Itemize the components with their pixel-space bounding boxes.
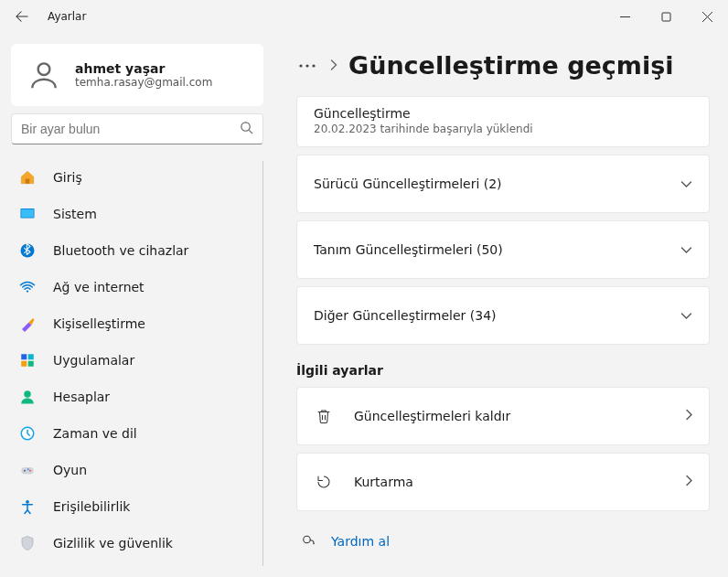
svg-rect-5 [21,209,34,218]
breadcrumb-chevron-icon [329,59,337,73]
profile-card[interactable]: ahmet yaşar temha.rasay@gmail.com [11,44,263,106]
svg-point-23 [313,543,315,545]
svg-point-12 [24,390,31,398]
page-title: Güncelleştirme geçmişi [348,51,674,80]
back-button[interactable] [7,2,37,31]
accordion-definition-updates[interactable]: Tanım Güncelleştirmeleri (50) [296,220,710,279]
wifi-icon [18,278,37,296]
nav-item-apps[interactable]: Uygulamalar [11,344,259,377]
minimize-button[interactable] [605,0,646,33]
link-label: Güncelleştirmeleri kaldır [354,409,665,423]
nav-label: Ağ ve internet [53,280,145,294]
chevron-down-icon [680,176,692,191]
nav-item-personalization[interactable]: Kişiselleştirme [11,307,259,340]
help-label: Yardım al [331,534,390,549]
titlebar-title: Ayarlar [48,10,86,23]
svg-rect-11 [28,361,34,367]
accordion-label: Diğer Güncelleştirmeler (34) [314,308,497,323]
svg-point-19 [299,64,302,67]
main-content: Güncelleştirme geçmişi Güncelleştirme 20… [274,33,728,577]
close-button[interactable] [687,0,728,33]
svg-point-18 [26,500,29,504]
svg-rect-8 [21,354,27,359]
nav-item-network[interactable]: Ağ ve internet [11,271,259,304]
bluetooth-icon [18,241,37,260]
svg-rect-9 [28,354,34,359]
avatar [26,57,62,93]
person-icon [27,58,61,92]
search-icon [240,121,253,137]
recovery-icon [314,474,334,490]
search-box[interactable] [11,113,263,144]
related-settings-heading: İlgili ayarlar [296,363,710,378]
nav-item-accounts[interactable]: Hesaplar [11,380,259,413]
privacy-icon [18,534,37,552]
nav-item-privacy[interactable]: Gizlilik ve güvenlik [11,527,259,560]
nav-label: Sistem [53,207,97,221]
nav-list: Giriş Sistem Bluetooth ve cihazlar Ağ ve… [11,161,263,566]
svg-point-7 [27,290,28,292]
link-uninstall-updates[interactable]: Güncelleştirmeleri kaldır [296,387,710,445]
svg-point-16 [29,470,31,472]
maximize-icon [661,12,671,22]
svg-point-20 [305,64,308,67]
chevron-down-icon [680,308,692,323]
accordion-label: Sürücü Güncelleştirmeleri (2) [314,176,502,191]
apps-icon [18,351,37,369]
nav-label: Gizlilik ve güvenlik [53,536,173,550]
nav-item-accessibility[interactable]: Erişilebilirlik [11,490,259,523]
nav-item-bluetooth[interactable]: Bluetooth ve cihazlar [11,234,259,267]
nav-item-gaming[interactable]: Oyun [11,454,259,486]
chevron-down-icon [680,242,692,257]
link-label: Kurtarma [354,475,665,489]
search-input[interactable] [21,122,240,136]
svg-point-2 [241,123,250,131]
gaming-icon [18,461,37,479]
profile-name: ahmet yaşar [75,61,212,76]
svg-point-15 [24,470,26,472]
maximize-button[interactable] [646,0,687,33]
svg-rect-0 [662,13,670,21]
nav-label: Bluetooth ve cihazlar [53,243,188,258]
system-icon [18,205,37,223]
nav-item-home[interactable]: Giriş [11,161,259,194]
nav-label: Giriş [53,170,82,185]
trash-icon [314,408,334,424]
svg-point-22 [304,536,311,543]
accounts-icon [18,388,37,406]
nav-item-system[interactable]: Sistem [11,198,259,230]
chevron-right-icon [685,475,692,489]
personalize-icon [18,315,37,333]
svg-rect-10 [21,361,27,367]
minimize-icon [620,12,630,22]
time-icon [18,424,37,443]
accordion-other-updates[interactable]: Diğer Güncelleştirmeler (34) [296,286,710,345]
svg-point-1 [38,63,50,75]
svg-point-21 [312,64,315,67]
profile-email: temha.rasay@gmail.com [75,76,212,89]
home-icon [18,168,37,187]
chevron-right-icon [685,409,692,423]
link-recovery[interactable]: Kurtarma [296,453,710,511]
help-link[interactable]: Yardım al [296,531,710,558]
help-icon [300,531,316,550]
ellipsis-icon [299,64,316,68]
accordion-driver-updates[interactable]: Sürücü Güncelleştirmeleri (2) [296,155,710,213]
svg-point-17 [27,468,29,470]
nav-label: Kişiselleştirme [53,316,145,331]
nav-label: Hesaplar [53,390,110,404]
nav-label: Uygulamalar [53,353,134,368]
nav-item-time[interactable]: Zaman ve dil [11,417,259,450]
svg-point-6 [21,244,35,258]
sidebar: ahmet yaşar temha.rasay@gmail.com Giriş … [0,33,274,577]
update-info-subtitle: 20.02.2023 tarihinde başarıyla yüklendi [314,123,692,135]
update-info-card[interactable]: Güncelleştirme 20.02.2023 tarihinde başa… [296,96,710,147]
nav-label: Zaman ve dil [53,426,137,441]
svg-rect-3 [26,179,30,184]
accordion-label: Tanım Güncelleştirmeleri (50) [314,242,503,257]
breadcrumb-overflow-button[interactable] [296,55,318,77]
nav-label: Erişilebilirlik [53,499,130,514]
close-icon [702,12,712,22]
accessibility-icon [18,497,37,516]
back-arrow-icon [16,10,28,23]
